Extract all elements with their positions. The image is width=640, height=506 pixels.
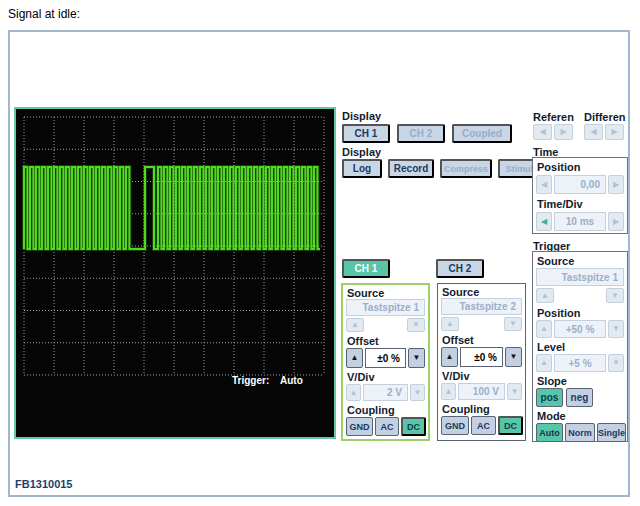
left-arrow-icon: ◀ — [541, 218, 547, 226]
ch1-source-field[interactable]: Tastspitze 1 — [346, 299, 425, 316]
ch1-source-down-button[interactable]: ▼ — [407, 318, 425, 332]
trigger-source-up-button[interactable]: ▲ — [536, 288, 554, 303]
trigger-level-up-button[interactable]: ▲ — [536, 354, 552, 372]
ch2-vdiv-down-button[interactable]: ▼ — [507, 383, 522, 400]
display-ch2-button[interactable]: CH 2 — [397, 124, 445, 143]
up-arrow-icon: ▲ — [540, 325, 548, 333]
ch1-vdiv-up-button[interactable]: ▲ — [346, 384, 361, 401]
ch1-source-label: Source — [347, 287, 384, 299]
time-div-increase-button[interactable]: ▶ — [608, 212, 624, 231]
trigger-source-down-button[interactable]: ▼ — [606, 288, 624, 303]
display-ch1-button[interactable]: CH 1 — [342, 124, 390, 143]
ch1-vdiv-field[interactable]: 2 V — [363, 384, 408, 401]
time-groupbox: Position ◀ 0,00 ▶ Time/Div ◀ 10 ms ▶ — [532, 157, 628, 234]
ch1-vdiv-down-button[interactable]: ▼ — [410, 384, 425, 401]
trigger-level-label: Level — [537, 341, 565, 353]
time-position-label: Position — [537, 161, 580, 173]
display-modes-label: Display — [342, 146, 381, 158]
up-arrow-icon: ▲ — [446, 353, 454, 361]
ch1-panel: Source Tastspitze 1 ▲ ▼ Offset ▲ ±0 % ▼ … — [341, 283, 430, 441]
ch1-ac-button[interactable]: AC — [375, 417, 399, 436]
figure-id: FB1310015 — [15, 478, 73, 490]
right-arrow-icon: ▶ — [611, 128, 617, 136]
mode-auto-button[interactable]: Auto — [536, 423, 563, 442]
application-window: Signal at idle: FB1310015 Trigger: Auto … — [0, 0, 640, 506]
time-div-label: Time/Div — [537, 198, 583, 210]
up-arrow-icon: ▲ — [445, 388, 453, 396]
log-button[interactable]: Log — [342, 159, 382, 178]
slope-pos-button[interactable]: pos — [536, 388, 563, 407]
tab-ch1[interactable]: CH 1 — [342, 259, 390, 278]
waveform-plot — [16, 109, 334, 437]
ch2-offset-label: Offset — [442, 334, 474, 346]
ch1-vdiv-label: V/Div — [347, 371, 375, 383]
ch1-offset-down-button[interactable]: ▼ — [408, 348, 425, 368]
ch2-offset-up-button[interactable]: ▲ — [441, 347, 458, 367]
up-arrow-icon: ▲ — [351, 321, 359, 329]
trigger-source-field[interactable]: Tastspitze 1 — [536, 268, 624, 286]
ch1-offset-label: Offset — [347, 335, 379, 347]
up-arrow-icon: ▲ — [541, 292, 549, 300]
left-arrow-icon: ◀ — [590, 128, 596, 136]
ch1-dc-button[interactable]: DC — [401, 417, 426, 436]
ch2-source-field[interactable]: Tastspitze 2 — [441, 298, 522, 315]
down-arrow-icon: ▼ — [612, 325, 620, 333]
ch1-offset-field[interactable]: ±0 % — [365, 348, 406, 368]
slope-neg-button[interactable]: neg — [566, 388, 593, 407]
mode-norm-button[interactable]: Norm — [565, 423, 595, 442]
trigger-position-field[interactable]: +50 % — [554, 320, 606, 338]
ch1-coupling-label: Coupling — [347, 404, 395, 416]
oscilloscope-display: Trigger: Auto — [14, 107, 336, 439]
trigger-level-field[interactable]: +5 % — [554, 354, 606, 372]
trigger-source-label: Source — [537, 255, 574, 267]
display-channels-label: Display — [342, 110, 381, 122]
right-arrow-icon: ▶ — [560, 128, 566, 136]
display-coupled-button[interactable]: Coupled — [452, 124, 512, 143]
ch2-vdiv-up-button[interactable]: ▲ — [441, 383, 456, 400]
down-arrow-icon: ▼ — [413, 354, 421, 362]
trigger-status-label: Trigger: — [232, 375, 269, 386]
down-arrow-icon: ▼ — [611, 292, 619, 300]
up-arrow-icon: ▲ — [350, 389, 358, 397]
difference-next-button[interactable]: ▶ — [605, 124, 624, 140]
ch2-gnd-button[interactable]: GND — [441, 416, 469, 435]
time-div-field[interactable]: 10 ms — [554, 212, 606, 231]
ch2-vdiv-field[interactable]: 100 V — [458, 383, 505, 400]
trigger-position-label: Position — [537, 307, 580, 319]
ch1-offset-up-button[interactable]: ▲ — [346, 348, 363, 368]
ch2-source-label: Source — [442, 286, 479, 298]
down-arrow-icon: ▼ — [511, 388, 519, 396]
reference-next-button[interactable]: ▶ — [554, 124, 573, 140]
ch2-offset-field[interactable]: ±0 % — [460, 347, 503, 367]
ch2-coupling-label: Coupling — [442, 403, 490, 415]
ch2-offset-down-button[interactable]: ▼ — [505, 347, 522, 367]
down-arrow-icon: ▼ — [510, 353, 518, 361]
trigger-slope-label: Slope — [537, 375, 567, 387]
ch2-ac-button[interactable]: AC — [471, 416, 496, 435]
trigger-level-down-button[interactable]: ▼ — [608, 354, 624, 372]
time-position-decrease-button[interactable]: ◀ — [536, 175, 552, 194]
reference-prev-button[interactable]: ◀ — [533, 124, 552, 140]
mode-single-button[interactable]: Single — [597, 423, 626, 442]
time-div-decrease-button[interactable]: ◀ — [536, 212, 552, 231]
ch2-source-down-button[interactable]: ▼ — [504, 317, 522, 331]
record-button[interactable]: Record — [388, 159, 434, 178]
ch1-source-up-button[interactable]: ▲ — [346, 318, 364, 332]
down-arrow-icon: ▼ — [414, 389, 422, 397]
ch1-gnd-button[interactable]: GND — [346, 417, 373, 436]
up-arrow-icon: ▲ — [540, 359, 548, 367]
right-arrow-icon: ▶ — [613, 181, 619, 189]
ch2-dc-button[interactable]: DC — [498, 416, 523, 435]
trigger-mode-label: Mode — [537, 410, 566, 422]
compress-button[interactable]: Compress — [440, 159, 492, 178]
time-position-increase-button[interactable]: ▶ — [608, 175, 624, 194]
difference-prev-button[interactable]: ◀ — [584, 124, 603, 140]
time-position-field[interactable]: 0,00 — [554, 175, 606, 194]
ch2-source-up-button[interactable]: ▲ — [441, 317, 459, 331]
up-arrow-icon: ▲ — [351, 354, 359, 362]
trigger-groupbox: Source Tastspitze 1 ▲ ▼ Position ▲ +50 %… — [532, 251, 628, 442]
down-arrow-icon: ▼ — [612, 359, 620, 367]
trigger-position-down-button[interactable]: ▼ — [608, 320, 624, 338]
trigger-position-up-button[interactable]: ▲ — [536, 320, 552, 338]
tab-ch2[interactable]: CH 2 — [436, 259, 484, 278]
